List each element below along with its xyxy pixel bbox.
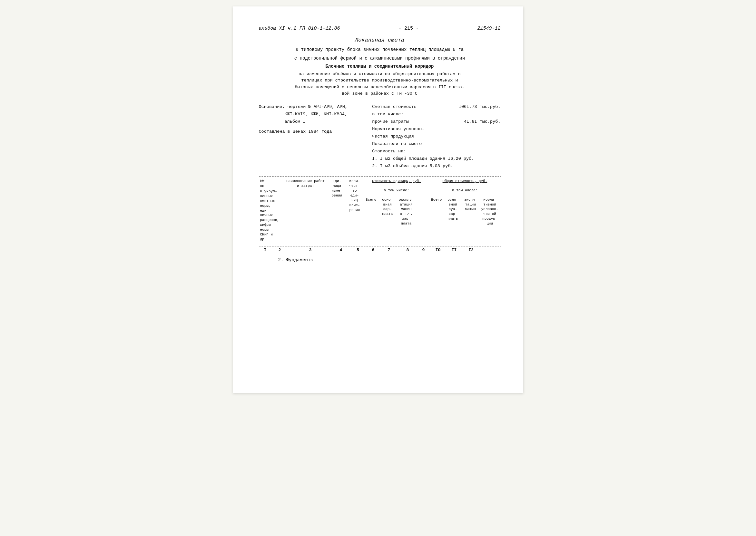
smetnaya-label: Сметная стоимость [372,103,416,111]
col9-vsego: Всего [429,197,444,243]
document-title: Локальная смета [259,37,501,43]
column-numbers-row: I 2 3 4 5 6 7 8 9 IO II I2 [259,246,501,254]
column-headers-table: №№пп № укруп-ненныхсметныхнорм, еди-ничн… [259,178,501,242]
stoimost-group-header: Стоимость единицы, руб. [364,178,429,187]
osnование-label: Основание: [259,104,285,109]
item1: I. I м2 общей площади здания I6,20 руб. [372,155,500,163]
obshaya-group-header: Общая стоимость, руб. [429,178,500,187]
col12-norma: норма-тивнойусловно-чистойпродук-ции [479,197,501,243]
info-line2: КЖI-КЖI9, КЖИ, КМI-КМ34, [259,111,366,118]
page-number: - 215 - [340,26,478,31]
subtitle-line2: с подстропильной фермой и с алюминиевыми… [259,55,501,62]
info-line3: альбом I [259,118,366,126]
header-bottom-line [259,244,501,244]
prochie-label: прочие затраты [372,118,409,126]
desc-line4: вой зоне в районах с Тн -30°С [259,90,501,97]
col2-header: Наименование работи затрат [282,178,328,242]
album-reference: альбом XI ч.2 ГП 810-1-12.86 [259,26,340,31]
col6-vsego: Всего [364,197,378,243]
doc-number: 21549-12 [477,26,500,31]
col11-expl: экспл-тациимашин [462,197,479,243]
desc-line2: теплицах при строительстве производствен… [259,77,501,84]
col8-expl: эксплу-атациямашинв т.ч.зар-плата [397,197,415,243]
col-num-11: II [446,248,462,252]
subtitle-line1: к типовому проекту блока зимних почвенны… [259,47,501,53]
subtitle-bold: Блочные теплицы и соединительный коридор [259,64,501,69]
pokazateli: Показатели по смете [372,141,500,148]
desc-line1: на изменение объёмов и стоимости по обще… [259,71,501,77]
info-left: Основание: чертежи № АРI-АР9, АРИ, КЖI-К… [259,103,366,170]
table-header-section: №№пп № укруп-ненныхсметныхнорм, еди-ничн… [259,178,501,242]
col-num-9: 9 [417,248,430,252]
col-num-4: 4 [333,248,349,252]
prochie-value: 4I,8I тыс.руб. [464,118,500,126]
v-tom-chisle-group2: в том числе: [429,187,500,197]
document-page: альбом XI ч.2 ГП 810-1-12.86 - 215 - 215… [233,7,523,393]
col-num-12: I2 [462,248,480,252]
v-tom-chisle-group1: в том числе: [364,187,429,197]
sostavlena: Составлена в ценах I984 года [259,128,366,136]
col-num-6: 6 [367,248,380,252]
smetnaya-value: I06I,73 тыс.руб. [459,103,501,111]
col-num-3: 3 [288,248,333,252]
info-section: Основание: чертежи № АРI-АР9, АРИ, КЖI-К… [259,103,501,170]
normativnaya: Нормативная условно- [372,126,500,133]
item2: 2. I м3 объёма здания 5,08 руб. [372,163,500,170]
desc-line3: бытовых помещений с неполным железобетон… [259,84,501,90]
table-top-line [259,176,501,177]
v-tom-chisle-row: в том числе: [372,111,500,118]
header-row-1: №№пп № укруп-ненныхсметныхнорм, еди-ничн… [259,178,501,187]
col7-osnov: осно-внаязар-плата [378,197,397,243]
section-2-title: 2. Фундаменты [278,257,501,262]
col-num-7: 7 [380,248,398,252]
osnование-value: чертежи № АРI-АР9, АРИ, [288,104,347,109]
col4-header: Коли-чест-воеди-ницизме-рения [345,178,364,242]
col-num-8: 8 [398,248,417,252]
info-right: Сметная стоимость I06I,73 тыс.руб. в том… [372,103,500,170]
col-num-2: 2 [272,248,288,252]
header-section: альбом XI ч.2 ГП 810-1-12.86 - 215 - 215… [259,26,501,31]
title-section: Локальная смета к типовому проекту блока… [259,37,501,97]
osnование-row: Основание: чертежи № АРI-АР9, АРИ, [259,103,366,111]
chistaya: чистая продукция [372,133,500,141]
prochie-row: прочие затраты 4I,8I тыс.руб. [372,118,500,126]
col-num-5: 5 [349,248,367,252]
smetnaya-row: Сметная стоимость I06I,73 тыс.руб. [372,103,500,111]
col3-header: Еди-ницаизме-рения [329,178,345,242]
stoimost: Стоимость на: [372,148,500,155]
col1-header: №№пп № укруп-ненныхсметныхнорм, еди-ничн… [259,178,283,242]
col-num-1: I [259,248,272,252]
col-num-10: IO [430,248,446,252]
col10-osnov: осно-вной луа-зар-платы [444,197,462,243]
col-empty [416,197,429,243]
